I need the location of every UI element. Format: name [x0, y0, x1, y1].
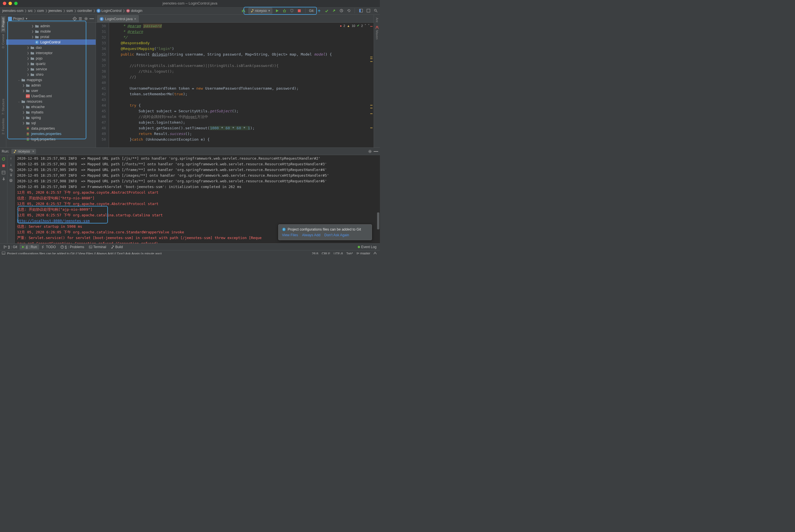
editor-tab[interactable]: C LoginControl.java × [97, 15, 139, 22]
stop-run-icon[interactable] [1, 163, 6, 168]
tree-item[interactable]: ⌄resources [6, 99, 96, 104]
tree-item[interactable]: CLoginControl [6, 39, 96, 45]
warning-marker[interactable] [370, 128, 373, 128]
twb-run[interactable]: 4: Run [20, 244, 39, 250]
chevron-up-icon[interactable]: ˄ [365, 24, 366, 27]
settings-icon[interactable] [84, 16, 88, 21]
tree-arrow-icon[interactable]: ❯ [22, 84, 25, 87]
editor-marker-bar[interactable] [370, 23, 374, 148]
code-area[interactable]: * @param password * @return */ @Response… [109, 23, 374, 148]
tree-arrow-icon[interactable]: ❯ [26, 68, 30, 71]
warning-marker[interactable] [370, 113, 373, 114]
project-tree[interactable]: ❯admin❯mobile❯protalCLoginControl❯dao❯in… [6, 23, 96, 148]
tree-item[interactable]: ❯sql [6, 120, 96, 126]
maximize-window-icon[interactable] [14, 2, 18, 5]
tree-arrow-icon[interactable]: ❯ [22, 106, 25, 108]
tree-item[interactable]: ❯pojo [6, 56, 96, 61]
breadcrumb-item[interactable]: mdologin [126, 9, 142, 13]
breadcrumb-item[interactable]: jeenotes [49, 9, 62, 13]
git-commit-icon[interactable] [324, 8, 329, 13]
tree-arrow-icon[interactable]: ❯ [31, 25, 35, 27]
build-icon[interactable] [241, 8, 246, 13]
notification-action[interactable]: View Files [282, 233, 298, 237]
tree-item[interactable]: ❯protal [6, 34, 96, 39]
layout-icon[interactable] [358, 8, 363, 13]
stop-icon[interactable] [297, 8, 302, 13]
pin-icon[interactable] [1, 177, 6, 182]
line-separator[interactable]: CRLF [320, 252, 332, 255]
down-stack-icon[interactable]: ↓ [10, 162, 12, 167]
tree-arrow-icon[interactable]: ❯ [26, 57, 30, 60]
tree-arrow-icon[interactable]: ❯ [31, 35, 35, 38]
console-scrollbar[interactable] [377, 156, 379, 243]
print-icon[interactable] [9, 179, 13, 182]
run-icon[interactable] [274, 8, 280, 13]
tree-item[interactable]: ❯user [6, 88, 96, 93]
gutter[interactable]: 30 31 32 33 34 35 36 37 38 39 40 41 42 4… [96, 23, 109, 148]
error-marker[interactable] [370, 26, 373, 27]
tree-item[interactable]: ❯mybatis [6, 110, 96, 115]
left-tab-commit[interactable]: 0: Commit [1, 32, 5, 50]
breadcrumb-item[interactable]: jeenotes-ssm [2, 9, 23, 13]
history-icon[interactable] [339, 8, 344, 13]
scroll-to-end-icon[interactable] [10, 174, 13, 177]
notification-action[interactable]: Don't Ask Again [324, 233, 349, 237]
hide-run-icon[interactable]: — [374, 149, 378, 154]
close-run-tab-icon[interactable]: × [32, 149, 34, 153]
tree-arrow-icon[interactable]: ❯ [22, 116, 25, 119]
twb-git[interactable]: 9: Git [1, 244, 20, 250]
debug-icon[interactable] [282, 8, 287, 13]
hide-panel-icon[interactable]: — [89, 16, 94, 21]
close-tab-icon[interactable]: × [134, 17, 136, 21]
tree-item[interactable]: ❯ehcache [6, 104, 96, 110]
warning-marker[interactable] [370, 108, 373, 108]
close-window-icon[interactable] [3, 2, 6, 5]
file-encoding[interactable]: UTF-8 [332, 252, 345, 255]
notification-action[interactable]: Always Add [302, 233, 321, 237]
layout-settings-icon[interactable] [1, 170, 6, 175]
tree-item[interactable]: ❯admin [6, 82, 96, 88]
warning-marker[interactable] [370, 61, 373, 62]
project-panel-title[interactable]: Project [13, 17, 24, 21]
window-controls[interactable] [0, 2, 18, 5]
tree-item[interactable]: ❯spring [6, 115, 96, 120]
twb-event-log[interactable]: Event Log [356, 244, 379, 250]
tree-arrow-icon[interactable]: ⌄ [17, 100, 21, 103]
chevron-down-icon[interactable]: ▼ [25, 17, 28, 20]
locate-icon[interactable] [72, 16, 77, 21]
tree-arrow-icon[interactable]: ❯ [26, 62, 30, 65]
left-tab-project[interactable]: 1: Project [1, 16, 5, 32]
breadcrumb-item[interactable]: ssm [67, 9, 73, 13]
tree-item[interactable]: ❯admin [6, 23, 96, 28]
minimize-window-icon[interactable] [8, 2, 12, 5]
tree-item[interactable]: data.properties [6, 126, 96, 131]
warning-marker[interactable] [370, 57, 373, 57]
tree-item[interactable]: ⌄mappings [6, 77, 96, 82]
tree-item[interactable]: log4j.properties [6, 136, 96, 142]
left-tab-favorites[interactable]: 2: Favorites [1, 117, 5, 136]
git-branch[interactable]: master [355, 251, 372, 254]
run-tab[interactable]: niceyoo × [11, 149, 36, 154]
git-update-icon[interactable] [317, 8, 322, 13]
readonly-lock-icon[interactable] [372, 252, 378, 255]
coverage-icon[interactable] [289, 8, 294, 13]
tree-item[interactable]: ❯quartz [6, 61, 96, 66]
chevron-down-icon[interactable]: ˅ [368, 24, 370, 27]
warning-marker[interactable] [370, 58, 373, 59]
editor-body[interactable]: 30 31 32 33 34 35 36 37 38 39 40 41 42 4… [96, 23, 374, 148]
tree-arrow-icon[interactable]: ❯ [22, 111, 25, 114]
layout-alt-icon[interactable] [366, 8, 371, 13]
tree-item[interactable]: jeenotes.properties [6, 131, 96, 136]
tree-item[interactable]: ❯shiro [6, 72, 96, 77]
tree-item[interactable]: ❯mobile [6, 28, 96, 34]
tree-item[interactable]: ❯dao [6, 45, 96, 50]
up-stack-icon[interactable]: ↑ [10, 156, 12, 160]
run-settings-icon[interactable] [368, 149, 372, 153]
tree-arrow-icon[interactable]: ⌄ [17, 79, 21, 81]
twb-build[interactable]: Build [108, 244, 125, 250]
breadcrumb-item[interactable]: CLoginControl [96, 9, 122, 13]
twb-terminal[interactable]: Terminal [87, 244, 108, 250]
run-config-selector[interactable]: niceyoo ▼ [249, 8, 272, 14]
right-tab-ant[interactable]: Ant [375, 16, 379, 24]
rerun-icon[interactable] [1, 156, 6, 162]
